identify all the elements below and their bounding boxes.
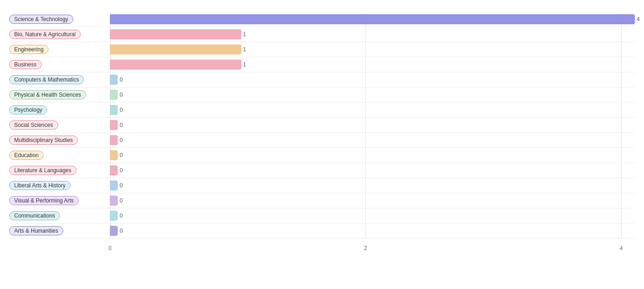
bar-fill xyxy=(110,150,118,160)
bar-row: Education0 xyxy=(9,148,635,163)
bar-value: 1 xyxy=(243,46,246,53)
bar-fill xyxy=(110,90,118,100)
bars-area: Science & Technology4Bio, Nature & Agric… xyxy=(9,12,635,239)
bar-track: 0 xyxy=(110,150,635,160)
bar-track: 0 xyxy=(110,75,635,85)
bar-value: 0 xyxy=(120,228,123,234)
bar-value: 0 xyxy=(120,213,123,219)
bar-label-pill: Arts & Humanities xyxy=(9,226,63,235)
bar-fill xyxy=(110,120,118,130)
bar-label-pill: Science & Technology xyxy=(9,15,73,24)
bar-value: 0 xyxy=(120,182,123,189)
bar-track: 0 xyxy=(110,226,635,236)
bar-label-pill: Social Sciences xyxy=(9,120,58,130)
bar-fill xyxy=(110,211,118,221)
bar-row: Bio, Nature & Agricultural1 xyxy=(9,27,635,42)
bar-value: 1 xyxy=(243,61,246,68)
bar-fill xyxy=(110,60,241,70)
bar-value: 1 xyxy=(243,31,246,38)
bar-row: Multidisciplinary Studies0 xyxy=(9,133,635,148)
bar-fill xyxy=(110,180,118,191)
bar-track: 0 xyxy=(110,196,635,206)
bar-fill xyxy=(110,44,241,55)
axis-tick: 2 xyxy=(364,245,367,251)
bar-row: Communications0 xyxy=(9,208,635,224)
bar-label-pill: Education xyxy=(9,151,44,160)
bar-value: 0 xyxy=(120,152,123,158)
bar-label-pill: Engineering xyxy=(9,45,49,54)
bar-value: 0 xyxy=(120,122,123,128)
bar-row: Visual & Performing Arts0 xyxy=(9,193,635,208)
axis-tick: 4 xyxy=(620,245,623,251)
bar-track: 0 xyxy=(110,105,635,115)
chart-container: Science & Technology4Bio, Nature & Agric… xyxy=(0,0,644,289)
bar-row: Psychology0 xyxy=(9,103,635,118)
bar-row: Literature & Languages0 xyxy=(9,163,635,178)
bar-track: 0 xyxy=(110,90,635,100)
bar-value: 0 xyxy=(120,107,123,113)
bar-label-pill: Psychology xyxy=(9,105,47,115)
axis-tick: 0 xyxy=(109,245,112,251)
bar-track: 0 xyxy=(110,180,635,191)
bar-value: 0 xyxy=(120,76,123,83)
bar-row: Physical & Health Sciences0 xyxy=(9,87,635,103)
bar-row: Science & Technology4 xyxy=(9,12,635,27)
bar-fill xyxy=(110,14,635,24)
bar-value: 0 xyxy=(120,197,123,204)
bar-label-pill: Computers & Mathematics xyxy=(9,75,84,84)
bar-row: Arts & Humanities0 xyxy=(9,224,635,239)
bar-fill xyxy=(110,29,241,39)
bar-track: 0 xyxy=(110,135,635,145)
bar-track: 4 xyxy=(110,14,635,24)
bar-row: Business1 xyxy=(9,57,635,72)
bar-track: 0 xyxy=(110,120,635,130)
bar-label-pill: Business xyxy=(9,60,42,69)
bar-row: Engineering1 xyxy=(9,42,635,57)
bar-label-pill: Multidisciplinary Studies xyxy=(9,136,78,145)
bar-fill xyxy=(110,135,118,145)
bar-fill xyxy=(110,165,118,175)
bar-fill xyxy=(110,196,118,206)
bar-label-pill: Liberal Arts & History xyxy=(9,181,71,190)
bar-value: 0 xyxy=(120,92,123,98)
bar-track: 1 xyxy=(110,29,635,39)
bar-value: 0 xyxy=(120,137,123,143)
bar-track: 1 xyxy=(110,60,635,70)
chart-area: Science & Technology4Bio, Nature & Agric… xyxy=(9,12,635,251)
bar-track: 0 xyxy=(110,165,635,175)
bar-label-pill: Bio, Nature & Agricultural xyxy=(9,30,81,39)
bar-fill xyxy=(110,226,118,236)
bar-track: 0 xyxy=(110,211,635,221)
bar-track: 1 xyxy=(110,44,635,55)
bar-row: Liberal Arts & History0 xyxy=(9,178,635,193)
bar-label-pill: Literature & Languages xyxy=(9,166,76,175)
bar-value: 4 xyxy=(637,16,640,22)
bar-label-pill: Physical & Health Sciences xyxy=(9,90,86,99)
bar-value: 0 xyxy=(120,167,123,174)
bar-fill xyxy=(110,75,118,85)
bar-label-pill: Communications xyxy=(9,211,60,220)
bar-fill xyxy=(110,105,118,115)
bar-row: Computers & Mathematics0 xyxy=(9,72,635,87)
bar-label-pill: Visual & Performing Arts xyxy=(9,196,79,205)
bar-row: Social Sciences0 xyxy=(9,118,635,133)
